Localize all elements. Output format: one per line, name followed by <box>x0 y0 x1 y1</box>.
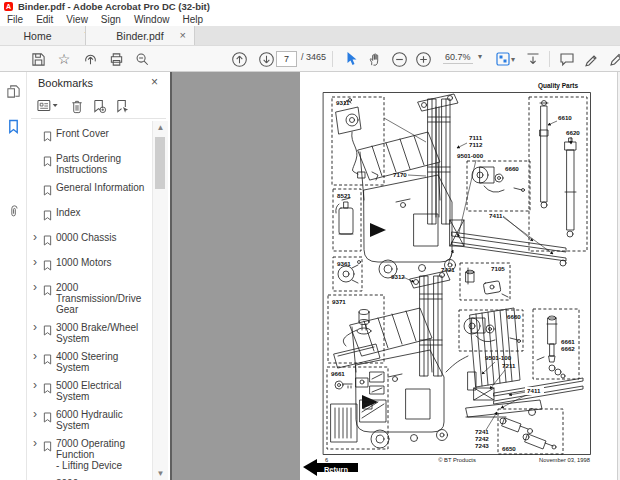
part-label: 9312 <box>391 273 405 280</box>
select-tool-icon <box>344 51 359 67</box>
chevron-right-icon[interactable]: › <box>33 438 43 448</box>
bookmark-icon <box>43 285 52 296</box>
zoom-level-value[interactable]: 60.7% <box>443 52 473 64</box>
bookmark-label: 4000 Steering System <box>56 351 153 373</box>
chevron-right-icon[interactable]: › <box>33 380 43 390</box>
page-thumbnails-button[interactable] <box>4 82 23 101</box>
bookmark-item[interactable]: ›3000 Brake/WheelSystem <box>33 322 153 344</box>
scroll-mode-button[interactable] <box>522 48 544 70</box>
part-label: 6661 <box>561 338 575 345</box>
bookmark-item[interactable]: ›4000 Steering System <box>33 351 153 373</box>
chevron-right-icon[interactable]: › <box>33 351 43 361</box>
bookmark-options-button[interactable] <box>35 96 61 116</box>
bookmark-item[interactable]: ›5000 Electrical System <box>33 380 153 402</box>
toolbar-divider <box>332 51 333 67</box>
return-button-label: Return <box>324 465 349 474</box>
select-tool-button[interactable] <box>340 48 362 70</box>
return-button[interactable]: Return <box>303 459 358 476</box>
delete-bookmark-button[interactable] <box>67 96 87 116</box>
bookmark-icon <box>43 131 52 142</box>
bookmarks-panel: Bookmarks × ›Front Cover›Parts OrderingI… <box>27 72 172 480</box>
save-button[interactable] <box>27 48 49 70</box>
upload-button[interactable] <box>79 48 101 70</box>
part-label: 7111 <box>469 134 483 141</box>
part-label: 7411 <box>527 387 541 394</box>
chevron-right-icon[interactable]: › <box>33 282 43 292</box>
attachments-button[interactable] <box>4 202 23 221</box>
chevron-right-icon[interactable]: › <box>33 409 43 419</box>
menu-view[interactable]: View <box>66 14 88 25</box>
fill-sign-button[interactable] <box>606 48 620 70</box>
scrollbar-thumb[interactable] <box>155 137 165 189</box>
close-tab-icon[interactable]: × <box>180 29 186 41</box>
part-label: 6610 <box>558 114 572 121</box>
menu-file[interactable]: File <box>7 14 23 25</box>
bookmarks-panel-button[interactable] <box>4 117 23 136</box>
hand-tool-icon <box>367 52 382 67</box>
lower-truck-drawing <box>350 271 583 448</box>
part-label: 6620 <box>566 129 580 136</box>
page-view-caret-icon[interactable]: ▾ <box>508 48 518 70</box>
bookmark-icon <box>43 441 52 452</box>
main-toolbar: ☆ 7 / 3465 60.7% ▾ <box>0 46 620 72</box>
bookmark-label: 5000 Electrical System <box>56 380 153 402</box>
chevron-right-icon[interactable]: › <box>33 322 43 332</box>
part-label: 7242 <box>475 435 489 442</box>
bookmarks-list: ›Front Cover›Parts OrderingInstructions›… <box>27 122 153 480</box>
zoom-dropdown-caret-icon[interactable]: ▾ <box>478 52 482 61</box>
close-panel-icon[interactable]: × <box>151 75 158 89</box>
scroll-up-icon[interactable]: ▲ <box>153 121 168 134</box>
menu-window[interactable]: Window <box>134 14 170 25</box>
previous-page-icon <box>231 51 248 68</box>
document-area: Bookmarks × ›Front Cover›Parts OrderingI… <box>0 72 620 480</box>
next-page-button[interactable] <box>255 48 277 70</box>
bookmark-icon <box>43 210 52 221</box>
highlight-button[interactable] <box>580 48 602 70</box>
comment-icon <box>559 51 575 67</box>
star-button[interactable]: ☆ <box>53 48 75 70</box>
fill-sign-icon <box>609 51 620 67</box>
part-label: 9661 <box>331 370 345 377</box>
bookmark-icon <box>43 412 52 423</box>
zoom-out-button[interactable] <box>388 48 410 70</box>
page-number-input[interactable]: 7 <box>276 51 297 67</box>
bookmark-item[interactable]: ›7000 Operating Function- Lifting Device <box>33 438 153 471</box>
pdf-page-number: 6 <box>325 457 328 463</box>
bookmark-item[interactable]: ›2000 Transmission/DriveGear <box>33 282 153 315</box>
print-icon <box>109 52 124 67</box>
page-thumbnails-icon <box>6 84 21 99</box>
new-bookmark-button[interactable] <box>89 96 109 116</box>
bookmarks-scrollbar[interactable]: ▲ ▼ <box>152 121 168 480</box>
bookmark-icon <box>43 383 52 394</box>
bookmark-item[interactable]: ›1000 Motors <box>33 257 153 275</box>
previous-page-button[interactable] <box>228 48 250 70</box>
hand-tool-button[interactable] <box>363 48 385 70</box>
page-total-label: / 3465 <box>301 52 326 62</box>
goto-bookmark-button[interactable] <box>112 96 132 116</box>
scroll-down-icon[interactable]: ▼ <box>153 467 168 480</box>
part-label: 9361 <box>337 260 351 267</box>
chevron-right-icon[interactable]: › <box>33 232 43 242</box>
bookmark-item[interactable]: ›Parts OrderingInstructions <box>33 153 153 175</box>
bookmark-item[interactable]: ›Front Cover <box>33 128 153 146</box>
bookmark-item[interactable]: ›Index <box>33 207 153 225</box>
chevron-right-icon[interactable]: › <box>33 257 43 267</box>
bookmark-label: 2000 Transmission/DriveGear <box>56 282 153 315</box>
menu-edit[interactable]: Edit <box>36 14 53 25</box>
find-button[interactable] <box>131 48 153 70</box>
bookmarks-panel-title: Bookmarks <box>38 77 93 89</box>
copyright-text: © BT Products <box>438 457 476 463</box>
tab-document[interactable]: Binder.pdf × <box>85 26 195 45</box>
bookmark-item[interactable]: ›6000 Hydraulic System <box>33 409 153 431</box>
comment-button[interactable] <box>556 48 578 70</box>
menu-sign[interactable]: Sign <box>101 14 121 25</box>
menu-help[interactable]: Help <box>182 14 203 25</box>
bookmark-item[interactable]: ›0000 Chassis <box>33 232 153 250</box>
part-label: 7241 <box>475 428 489 435</box>
zoom-in-button[interactable] <box>412 48 434 70</box>
bookmark-item[interactable]: ›General Information <box>33 182 153 200</box>
print-button[interactable] <box>105 48 127 70</box>
tab-bar: Home Tools Binder.pdf × <box>0 26 620 46</box>
tab-home[interactable]: Home <box>10 26 65 45</box>
toolbar-divider <box>549 51 550 67</box>
